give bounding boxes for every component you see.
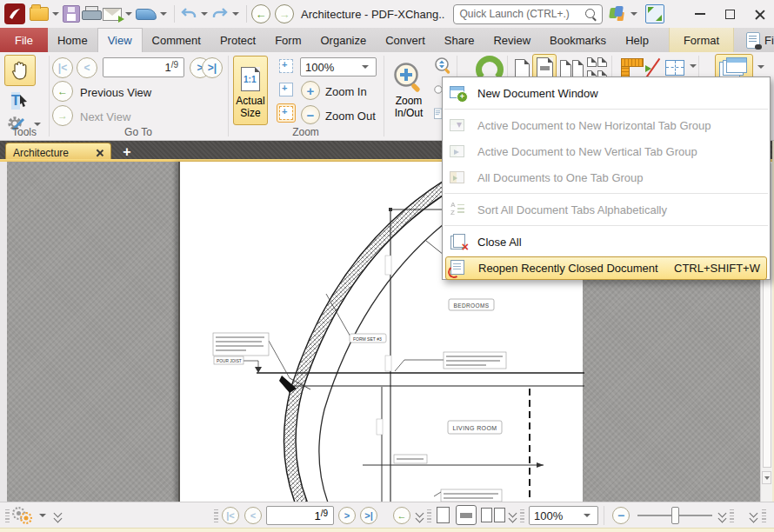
- menu-item-vertical-tab-group[interactable]: Active Document to New Vertical Tab Grou…: [443, 138, 770, 164]
- status-options-button[interactable]: [13, 508, 34, 523]
- email-button[interactable]: [103, 3, 122, 25]
- ui-options-button[interactable]: [610, 3, 627, 25]
- split-dropdown[interactable]: [690, 64, 697, 68]
- quick-launch-input[interactable]: Quick Launch (CTRL+.): [453, 4, 603, 24]
- zoom-in-button[interactable]: +: [301, 81, 320, 100]
- zoom-chevron[interactable]: [718, 510, 728, 522]
- layout-chevron[interactable]: [509, 510, 518, 522]
- app-icon[interactable]: [4, 3, 25, 24]
- status-last-page-button[interactable]: >|: [360, 507, 377, 524]
- status-page-field[interactable]: 1/9: [266, 506, 334, 525]
- status-previous-view-button[interactable]: ←: [393, 507, 410, 524]
- split-view-button[interactable]: [664, 57, 686, 78]
- print-button[interactable]: [82, 3, 101, 25]
- zoom-slider-thumb[interactable]: [671, 507, 679, 524]
- document-windows-dropdown[interactable]: [757, 65, 764, 69]
- scroll-down-button[interactable]: [762, 471, 771, 484]
- tab-protect[interactable]: Protect: [210, 28, 265, 52]
- maximize-button[interactable]: [715, 3, 744, 25]
- toolbar-grip[interactable]: [5, 509, 10, 522]
- menu-item-sort-tabs[interactable]: Sort All Document Tabs Alphabetically: [443, 196, 770, 223]
- zoom-out-button[interactable]: −: [301, 105, 320, 124]
- tab-close-icon[interactable]: [96, 149, 103, 156]
- status-page-total: /9: [321, 509, 328, 518]
- save-button[interactable]: [63, 3, 80, 25]
- far-right-chevron[interactable]: [750, 510, 759, 522]
- actual-size-button[interactable]: 1:1 Actual Size: [233, 56, 268, 125]
- layout-grip[interactable]: [427, 509, 431, 522]
- next-view-button[interactable]: →: [52, 105, 73, 126]
- scan-button[interactable]: [136, 3, 157, 25]
- email-icon: [103, 8, 122, 21]
- page-number-field[interactable]: 1/9: [103, 57, 184, 77]
- open-file-button[interactable]: [30, 3, 49, 25]
- status-next-page-button[interactable]: >: [338, 507, 356, 524]
- tab-help[interactable]: Help: [616, 28, 658, 52]
- select-text-tool-button[interactable]: T: [7, 90, 33, 111]
- zoom-in-out-button[interactable]: Zoom In/Out: [386, 55, 431, 126]
- status-options-dropdown[interactable]: [39, 514, 46, 517]
- status-zoom-out-button[interactable]: −: [612, 507, 630, 524]
- zoom-level-combo[interactable]: 100%: [300, 57, 377, 76]
- undo-dropdown[interactable]: [201, 12, 208, 16]
- menu-item-one-tab-group[interactable]: All Documents to One Tab Group: [443, 164, 770, 190]
- menu-item-horizontal-tab-group[interactable]: Active Document to New Horizontal Tab Gr…: [443, 112, 770, 138]
- tab-form[interactable]: Form: [265, 28, 310, 52]
- find-document-icon: [746, 32, 760, 49]
- tab-organize[interactable]: Organize: [310, 28, 376, 52]
- hand-tool-button[interactable]: [4, 55, 36, 86]
- tab-format[interactable]: Format: [669, 28, 734, 52]
- new-tab-button[interactable]: [118, 144, 136, 159]
- last-page-button[interactable]: >|: [202, 57, 223, 78]
- status-continuous-button[interactable]: [456, 505, 477, 525]
- redo-button[interactable]: [211, 3, 229, 25]
- close-button[interactable]: [744, 3, 774, 25]
- minimize-button[interactable]: [685, 3, 715, 25]
- right-grip[interactable]: [730, 509, 734, 522]
- next-view-label[interactable]: Next View: [80, 110, 130, 123]
- open-file-dropdown[interactable]: [52, 12, 59, 16]
- tab-share[interactable]: Share: [435, 28, 484, 52]
- tab-bookmarks[interactable]: Bookmarks: [540, 28, 616, 52]
- scan-dropdown[interactable]: [160, 12, 167, 16]
- tab-comment[interactable]: Comment: [143, 28, 210, 52]
- undo-button[interactable]: [180, 3, 197, 25]
- nav-grip[interactable]: [214, 509, 218, 522]
- status-previous-page-button[interactable]: <: [244, 507, 262, 524]
- zoom-out-label[interactable]: Zoom Out: [325, 110, 376, 123]
- menu-item-new-document-window[interactable]: New Document Window: [443, 80, 770, 106]
- zoom-in-label[interactable]: Zoom In: [325, 85, 367, 98]
- tab-home[interactable]: Home: [48, 28, 97, 52]
- tab-review[interactable]: Review: [484, 28, 540, 52]
- fit-page-button[interactable]: [277, 57, 296, 76]
- nav-back-button[interactable]: ←: [251, 4, 270, 23]
- email-dropdown[interactable]: [125, 12, 132, 16]
- status-first-page-button[interactable]: |<: [222, 507, 239, 524]
- tab-view[interactable]: View: [97, 28, 143, 52]
- loupe-tool-button[interactable]: [433, 56, 454, 76]
- view-chevron[interactable]: [416, 510, 425, 522]
- tab-file[interactable]: File: [0, 28, 48, 52]
- zoom-grip[interactable]: [520, 509, 524, 522]
- previous-view-button[interactable]: ←: [52, 81, 73, 102]
- menu-item-close-all[interactable]: Close All: [443, 229, 770, 255]
- tab-convert[interactable]: Convert: [376, 28, 435, 52]
- redo-dropdown[interactable]: [232, 12, 239, 16]
- status-zoom-combo[interactable]: 100%: [529, 506, 598, 525]
- fit-width-button[interactable]: [277, 80, 296, 99]
- fit-visible-button[interactable]: [277, 103, 296, 123]
- previous-page-button[interactable]: <: [77, 57, 97, 78]
- status-single-page-button[interactable]: [437, 507, 450, 523]
- previous-view-label[interactable]: Previous View: [80, 86, 151, 99]
- expand-chevron[interactable]: [54, 510, 63, 522]
- find-button[interactable]: Find...: [746, 28, 774, 52]
- far-right-grip[interactable]: [762, 509, 766, 522]
- fullscreen-icon: [645, 4, 664, 23]
- fullscreen-button[interactable]: [645, 3, 664, 25]
- nav-forward-button[interactable]: →: [275, 4, 294, 23]
- first-page-button[interactable]: |<: [52, 57, 73, 78]
- status-two-page-button[interactable]: [481, 508, 492, 522]
- menu-item-reopen-closed-document[interactable]: Reopen Recently Closed Document CTRL+SHI…: [445, 256, 767, 280]
- status-two-page-cont-button[interactable]: [494, 508, 505, 522]
- ui-options-dropdown[interactable]: [631, 12, 637, 16]
